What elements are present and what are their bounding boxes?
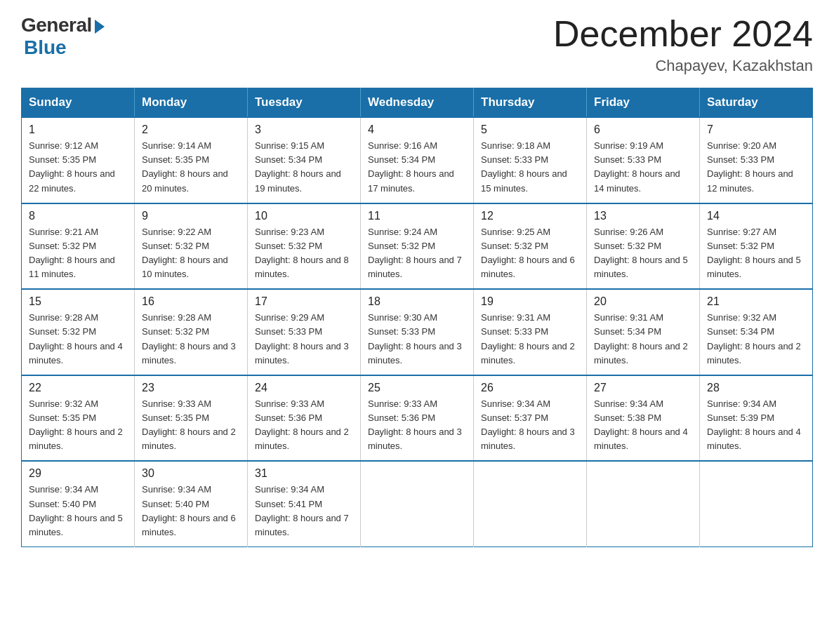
day-number: 2: [142, 123, 240, 136]
calendar-day-cell: 3Sunrise: 9:15 AMSunset: 5:34 PMDaylight…: [248, 117, 361, 203]
day-info: Sunrise: 9:21 AMSunset: 5:32 PMDaylight:…: [29, 225, 127, 282]
calendar-day-cell: 4Sunrise: 9:16 AMSunset: 5:34 PMDaylight…: [361, 117, 474, 203]
calendar-day-cell: 21Sunrise: 9:32 AMSunset: 5:34 PMDayligh…: [700, 289, 813, 375]
day-number: 6: [594, 123, 692, 136]
calendar-week-row: 22Sunrise: 9:32 AMSunset: 5:35 PMDayligh…: [22, 375, 813, 462]
calendar-day-cell: [587, 461, 700, 546]
calendar-day-cell: [474, 461, 587, 546]
day-info: Sunrise: 9:34 AMSunset: 5:38 PMDaylight:…: [594, 397, 692, 454]
day-number: 16: [142, 295, 240, 308]
calendar-day-cell: 13Sunrise: 9:26 AMSunset: 5:32 PMDayligh…: [587, 203, 700, 290]
calendar-day-cell: 31Sunrise: 9:34 AMSunset: 5:41 PMDayligh…: [248, 461, 361, 546]
day-info: Sunrise: 9:28 AMSunset: 5:32 PMDaylight:…: [29, 311, 127, 368]
day-info: Sunrise: 9:31 AMSunset: 5:34 PMDaylight:…: [594, 311, 692, 368]
calendar-day-cell: 12Sunrise: 9:25 AMSunset: 5:32 PMDayligh…: [474, 203, 587, 290]
day-info: Sunrise: 9:22 AMSunset: 5:32 PMDaylight:…: [142, 225, 240, 282]
calendar-day-cell: 28Sunrise: 9:34 AMSunset: 5:39 PMDayligh…: [700, 375, 813, 462]
day-number: 3: [255, 123, 353, 136]
calendar-day-cell: 29Sunrise: 9:34 AMSunset: 5:40 PMDayligh…: [22, 461, 135, 546]
calendar-day-cell: 15Sunrise: 9:28 AMSunset: 5:32 PMDayligh…: [22, 289, 135, 375]
day-info: Sunrise: 9:33 AMSunset: 5:36 PMDaylight:…: [255, 397, 353, 454]
day-info: Sunrise: 9:18 AMSunset: 5:33 PMDaylight:…: [481, 139, 579, 196]
day-number: 7: [707, 123, 805, 136]
calendar-day-cell: 7Sunrise: 9:20 AMSunset: 5:33 PMDaylight…: [700, 117, 813, 203]
day-info: Sunrise: 9:34 AMSunset: 5:37 PMDaylight:…: [481, 397, 579, 454]
day-number: 29: [29, 467, 127, 480]
day-info: Sunrise: 9:27 AMSunset: 5:32 PMDaylight:…: [707, 225, 805, 282]
calendar-day-header: Monday: [135, 88, 248, 118]
day-number: 15: [29, 295, 127, 308]
calendar-day-cell: 17Sunrise: 9:29 AMSunset: 5:33 PMDayligh…: [248, 289, 361, 375]
calendar-day-cell: 2Sunrise: 9:14 AMSunset: 5:35 PMDaylight…: [135, 117, 248, 203]
month-year-title: December 2024: [553, 14, 813, 54]
title-area: December 2024 Chapayev, Kazakhstan: [553, 14, 813, 75]
day-number: 25: [368, 382, 466, 394]
logo: General Blue: [21, 14, 105, 59]
calendar-week-row: 1Sunrise: 9:12 AMSunset: 5:35 PMDaylight…: [22, 117, 813, 203]
day-info: Sunrise: 9:20 AMSunset: 5:33 PMDaylight:…: [707, 139, 805, 196]
calendar-day-cell: 23Sunrise: 9:33 AMSunset: 5:35 PMDayligh…: [135, 375, 248, 462]
calendar-day-header: Tuesday: [248, 88, 361, 118]
day-number: 8: [29, 210, 127, 222]
calendar-day-cell: 24Sunrise: 9:33 AMSunset: 5:36 PMDayligh…: [248, 375, 361, 462]
calendar-week-row: 15Sunrise: 9:28 AMSunset: 5:32 PMDayligh…: [22, 289, 813, 375]
calendar-day-cell: 5Sunrise: 9:18 AMSunset: 5:33 PMDaylight…: [474, 117, 587, 203]
day-number: 26: [481, 382, 579, 394]
day-number: 12: [481, 210, 579, 222]
logo-arrow-icon: [95, 20, 105, 34]
calendar-week-row: 29Sunrise: 9:34 AMSunset: 5:40 PMDayligh…: [22, 461, 813, 546]
day-number: 17: [255, 295, 353, 308]
day-info: Sunrise: 9:33 AMSunset: 5:35 PMDaylight:…: [142, 397, 240, 454]
day-info: Sunrise: 9:15 AMSunset: 5:34 PMDaylight:…: [255, 139, 353, 196]
calendar-day-cell: 27Sunrise: 9:34 AMSunset: 5:38 PMDayligh…: [587, 375, 700, 462]
day-number: 22: [29, 382, 127, 394]
day-number: 27: [594, 382, 692, 394]
day-info: Sunrise: 9:32 AMSunset: 5:34 PMDaylight:…: [707, 311, 805, 368]
day-info: Sunrise: 9:32 AMSunset: 5:35 PMDaylight:…: [29, 397, 127, 454]
day-info: Sunrise: 9:24 AMSunset: 5:32 PMDaylight:…: [368, 225, 466, 282]
day-number: 19: [481, 295, 579, 308]
day-info: Sunrise: 9:23 AMSunset: 5:32 PMDaylight:…: [255, 225, 353, 282]
day-info: Sunrise: 9:12 AMSunset: 5:35 PMDaylight:…: [29, 139, 127, 196]
calendar-day-cell: 11Sunrise: 9:24 AMSunset: 5:32 PMDayligh…: [361, 203, 474, 290]
calendar-day-header: Wednesday: [361, 88, 474, 118]
day-number: 21: [707, 295, 805, 308]
calendar-day-cell: 26Sunrise: 9:34 AMSunset: 5:37 PMDayligh…: [474, 375, 587, 462]
calendar-day-header: Sunday: [22, 88, 135, 118]
calendar-day-cell: 1Sunrise: 9:12 AMSunset: 5:35 PMDaylight…: [22, 117, 135, 203]
day-info: Sunrise: 9:28 AMSunset: 5:32 PMDaylight:…: [142, 311, 240, 368]
calendar-day-cell: 9Sunrise: 9:22 AMSunset: 5:32 PMDaylight…: [135, 203, 248, 290]
calendar-day-cell: 20Sunrise: 9:31 AMSunset: 5:34 PMDayligh…: [587, 289, 700, 375]
calendar-day-cell: [361, 461, 474, 546]
day-number: 1: [29, 123, 127, 136]
day-info: Sunrise: 9:16 AMSunset: 5:34 PMDaylight:…: [368, 139, 466, 196]
calendar-day-cell: [700, 461, 813, 546]
day-info: Sunrise: 9:34 AMSunset: 5:41 PMDaylight:…: [255, 483, 353, 539]
calendar-day-cell: 8Sunrise: 9:21 AMSunset: 5:32 PMDaylight…: [22, 203, 135, 290]
day-number: 14: [707, 210, 805, 222]
day-info: Sunrise: 9:34 AMSunset: 5:40 PMDaylight:…: [142, 483, 240, 539]
day-number: 11: [368, 210, 466, 222]
day-info: Sunrise: 9:29 AMSunset: 5:33 PMDaylight:…: [255, 311, 353, 368]
calendar-day-cell: 22Sunrise: 9:32 AMSunset: 5:35 PMDayligh…: [22, 375, 135, 462]
day-info: Sunrise: 9:30 AMSunset: 5:33 PMDaylight:…: [368, 311, 466, 368]
day-number: 18: [368, 295, 466, 308]
day-info: Sunrise: 9:26 AMSunset: 5:32 PMDaylight:…: [594, 225, 692, 282]
calendar-day-header: Saturday: [700, 88, 813, 118]
calendar-day-cell: 14Sunrise: 9:27 AMSunset: 5:32 PMDayligh…: [700, 203, 813, 290]
calendar-day-header: Thursday: [474, 88, 587, 118]
day-number: 24: [255, 382, 353, 394]
calendar-day-cell: 19Sunrise: 9:31 AMSunset: 5:33 PMDayligh…: [474, 289, 587, 375]
calendar-day-cell: 10Sunrise: 9:23 AMSunset: 5:32 PMDayligh…: [248, 203, 361, 290]
day-info: Sunrise: 9:33 AMSunset: 5:36 PMDaylight:…: [368, 397, 466, 454]
day-number: 28: [707, 382, 805, 394]
day-number: 10: [255, 210, 353, 222]
day-info: Sunrise: 9:34 AMSunset: 5:40 PMDaylight:…: [29, 483, 127, 539]
day-info: Sunrise: 9:34 AMSunset: 5:39 PMDaylight:…: [707, 397, 805, 454]
calendar-day-cell: 18Sunrise: 9:30 AMSunset: 5:33 PMDayligh…: [361, 289, 474, 375]
day-number: 9: [142, 210, 240, 222]
day-number: 20: [594, 295, 692, 308]
logo-general-text: General: [21, 14, 92, 36]
day-number: 13: [594, 210, 692, 222]
day-info: Sunrise: 9:25 AMSunset: 5:32 PMDaylight:…: [481, 225, 579, 282]
